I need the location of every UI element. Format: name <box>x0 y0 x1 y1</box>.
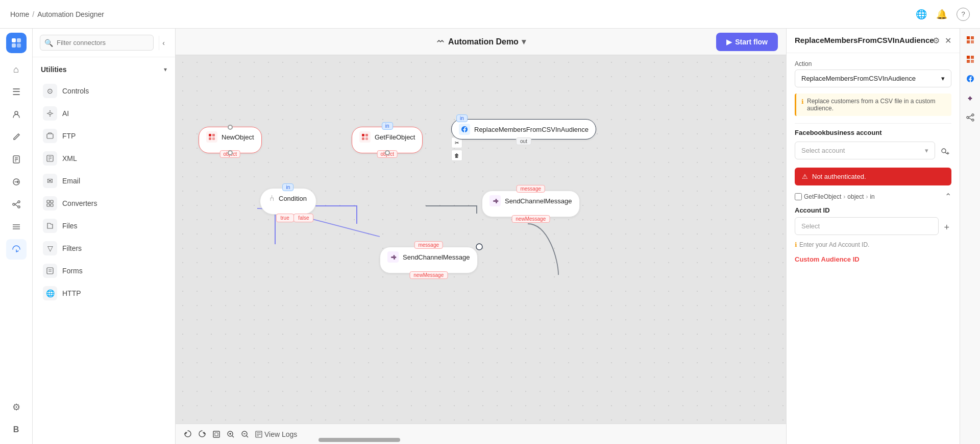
connector-item-filters[interactable]: ▽ Filters <box>33 237 175 260</box>
app-logo[interactable] <box>6 33 27 53</box>
svg-rect-56 <box>971 40 974 43</box>
topbar: Home / Automation Designer 🌐 🔔 ? <box>0 0 980 29</box>
right-icon-strip <box>960 29 980 444</box>
strip-fb-icon[interactable] <box>963 72 977 86</box>
zoom-in-button[interactable] <box>227 430 235 438</box>
svg-rect-32 <box>209 134 211 136</box>
node-condition[interactable]: in ⑃ Condition true false <box>260 188 316 215</box>
nav-home[interactable]: ⌂ <box>6 59 27 80</box>
node-get-file-object[interactable]: in GetFileObject object <box>352 127 423 153</box>
connector-item-ftp[interactable]: FTP <box>33 125 175 147</box>
converters-label: Converters <box>62 199 97 207</box>
account-id-plus[interactable]: + <box>942 222 951 233</box>
strip-ms-icon-1[interactable] <box>963 33 977 47</box>
select-account-text: Select account <box>801 147 845 154</box>
nav-settings[interactable]: ⚙ <box>6 397 27 417</box>
connector-item-ai[interactable]: AI <box>33 102 175 125</box>
canvas-scrollbar[interactable] <box>318 438 400 442</box>
fit-view-button[interactable] <box>212 430 220 438</box>
xml-icon <box>43 151 57 166</box>
get-file-label: GetFileObject <box>375 133 415 141</box>
send-msg1-newmessage-badge: newMessage <box>511 215 550 223</box>
svg-point-63 <box>972 119 974 121</box>
replace-out-badge: out <box>516 137 531 145</box>
nav-document[interactable] <box>6 149 27 170</box>
panel-gear-icon[interactable]: ⚙ <box>933 36 940 45</box>
connector-item-email[interactable]: ✉ Email <box>33 170 175 192</box>
svg-rect-33 <box>212 134 215 136</box>
home-link[interactable]: Home <box>10 10 29 18</box>
svg-point-31 <box>476 244 482 250</box>
canvas-connections-svg <box>176 55 786 424</box>
breadcrumb-expand[interactable]: ⌃ <box>945 192 951 201</box>
canvas-toolbar: Automation Demo ▾ ▶ Start flow <box>176 29 786 55</box>
right-panel: ReplaceMembersFromCSVInAudience ⚙ ✕ Acti… <box>786 29 960 444</box>
nav-bold[interactable]: B <box>6 419 27 440</box>
node-new-object[interactable]: NewObject object <box>199 127 262 153</box>
connector-item-controls[interactable]: ⊙ Controls <box>33 80 175 102</box>
add-account-button[interactable] <box>938 145 951 160</box>
connector-item-http[interactable]: 🌐 HTTP <box>33 282 175 305</box>
topbar-icons: 🌐 🔔 ? <box>916 8 970 21</box>
translate-icon[interactable]: 🌐 <box>916 9 927 20</box>
redo-button[interactable] <box>198 430 206 438</box>
select-account-dropdown[interactable]: Select account ▾ <box>795 142 935 159</box>
condition-true-btn[interactable]: true <box>276 214 294 222</box>
undo-button[interactable] <box>184 430 192 438</box>
connector-panel-header: 🔍 ‹ <box>33 29 175 57</box>
panel-close-icon[interactable]: ✕ <box>945 36 951 45</box>
send-channel-msg-1-label: SendChannelMessage <box>505 197 572 205</box>
play-icon: ▶ <box>726 38 732 46</box>
collapse-panel-button[interactable]: ‹ <box>159 36 168 50</box>
controls-label: Controls <box>62 87 89 95</box>
port-get-file-bottom[interactable] <box>385 150 390 155</box>
node-send-channel-msg-1[interactable]: message SendChannelMessage newMessage <box>482 191 580 217</box>
nav-menu[interactable]: ☰ <box>6 82 27 102</box>
nav-arrow[interactable] <box>6 172 27 192</box>
nav-list[interactable] <box>6 217 27 237</box>
xml-label: XML <box>62 154 77 162</box>
nav-automation[interactable] <box>6 239 27 260</box>
right-panel-title: ReplaceMembersFromCSVInAudience <box>795 36 917 44</box>
nav-contacts[interactable] <box>6 104 27 125</box>
toolbar-delete[interactable]: 🗑 <box>451 150 462 161</box>
strip-share-icon[interactable] <box>963 110 977 125</box>
node-replace-members[interactable]: in ReplaceMembersFromCSVInAudience out <box>451 119 596 139</box>
files-label: Files <box>62 222 78 230</box>
filters-label: Filters <box>62 244 82 252</box>
utilities-section-header[interactable]: Utilities ▾ <box>33 61 175 78</box>
strip-slack-icon[interactable] <box>963 91 977 105</box>
view-logs-button[interactable]: View Logs <box>255 430 297 438</box>
action-select-dropdown[interactable]: ReplaceMembersFromCSVInAudience ▾ <box>795 69 951 87</box>
svg-line-65 <box>969 118 972 120</box>
svg-point-4 <box>15 111 18 114</box>
connector-item-files[interactable]: Files <box>33 215 175 237</box>
fb-node-icon <box>459 124 470 135</box>
account-id-select[interactable]: Select <box>795 217 939 235</box>
canvas-footer: View Logs <box>176 424 786 444</box>
not-authenticated-badge: ⚠ Not authenticated. <box>795 168 951 185</box>
breadcrumb-arrow2: › <box>866 193 868 200</box>
canvas-content[interactable]: NewObject object in GetFileObject object <box>176 55 786 424</box>
breadcrumb-checkbox[interactable] <box>795 193 802 200</box>
connector-item-xml[interactable]: XML <box>33 147 175 170</box>
filter-connectors-input[interactable] <box>40 35 154 51</box>
condition-false-btn[interactable]: false <box>293 214 313 222</box>
port-new-object-bottom[interactable] <box>228 150 233 155</box>
zoom-out-button[interactable] <box>241 430 249 438</box>
replace-in-badge: in <box>456 114 468 122</box>
port-new-object-top[interactable] <box>228 125 233 130</box>
strip-ms-icon-2[interactable] <box>963 52 977 66</box>
bell-icon[interactable]: 🔔 <box>936 9 947 20</box>
nav-graph[interactable] <box>6 194 27 215</box>
node-send-channel-msg-2[interactable]: message SendChannelMessage newMessage <box>380 247 478 273</box>
svg-rect-35 <box>212 137 215 140</box>
connector-item-converters[interactable]: Converters <box>33 192 175 215</box>
connector-item-forms[interactable]: Forms <box>33 260 175 282</box>
hint-text-value: Enter your Ad Account ID. <box>799 241 869 248</box>
svg-line-44 <box>232 436 234 437</box>
help-icon[interactable]: ? <box>957 8 970 21</box>
nav-pencil[interactable] <box>6 127 27 147</box>
start-flow-button[interactable]: ▶ Start flow <box>716 33 778 51</box>
canvas-dropdown-icon[interactable]: ▾ <box>522 37 526 46</box>
